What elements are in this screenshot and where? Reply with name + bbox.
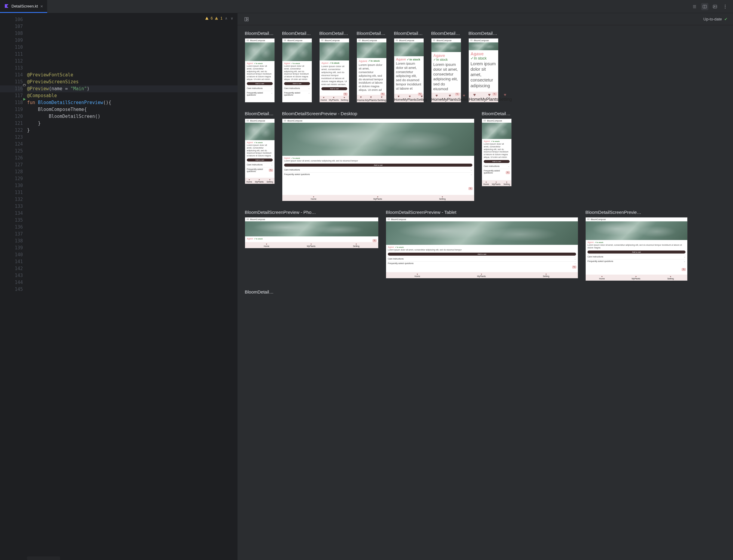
code-line[interactable] — [27, 286, 238, 293]
preview-card[interactable]: BloomCompose Agave In stockLorem ipsum d… — [386, 217, 578, 278]
code-line[interactable]: @Preview(name = "Main") — [27, 85, 238, 92]
preview-card[interactable]: BloomCompose Agave In stockLorem ipsum d… — [282, 38, 312, 103]
line-number[interactable]: 122 — [0, 127, 23, 134]
list-view-button[interactable] — [691, 3, 698, 10]
line-number[interactable]: 130 — [0, 182, 23, 189]
add-to-cart-button[interactable]: Add to cart — [247, 82, 273, 85]
code-line[interactable]: } — [27, 120, 238, 127]
faq-section[interactable]: Frequently asked questions — [284, 91, 310, 97]
split-view-button[interactable] — [701, 3, 708, 10]
care-instructions-section[interactable]: Care instructions — [284, 168, 472, 172]
file-tab[interactable]: DetailScreen.kt × — [0, 0, 47, 13]
gutter-settings-icon[interactable] — [22, 83, 26, 88]
nav-item[interactable]: MyPlants — [477, 273, 486, 277]
menu-icon[interactable] — [433, 40, 435, 42]
line-number[interactable]: 121 — [0, 120, 23, 127]
care-instructions-section[interactable]: Care instructions — [388, 257, 576, 261]
nav-item[interactable]: Home — [247, 179, 252, 183]
nav-item[interactable]: Setting — [543, 273, 549, 277]
code-line[interactable]: BloomDetailScreen() — [27, 113, 238, 120]
inspection-summary[interactable]: 6 1 ∧ ∨ — [205, 16, 234, 20]
code-line[interactable] — [27, 168, 238, 175]
preview-layout-button[interactable] — [243, 16, 250, 23]
menu-icon[interactable] — [247, 120, 249, 122]
more-actions-button[interactable] — [722, 3, 729, 10]
line-number[interactable]: 141 — [0, 258, 23, 265]
line-number[interactable]: 138 — [0, 238, 23, 245]
add-to-cart-button[interactable]: Add to cart — [284, 164, 472, 167]
code-line[interactable]: @PreviewScreenSizes — [27, 78, 238, 85]
care-instructions-section[interactable]: Care instructions — [247, 163, 273, 167]
nav-item[interactable]: Home — [414, 273, 420, 277]
care-instructions-section[interactable]: Care instructions — [484, 164, 510, 168]
bottom-nav[interactable]: HomeMyPlantsSetting — [386, 272, 578, 278]
line-number[interactable]: 144 — [0, 279, 23, 286]
line-number[interactable]: 128 — [0, 168, 23, 175]
menu-icon[interactable] — [587, 219, 590, 220]
code-line[interactable] — [27, 238, 238, 245]
preview-card[interactable]: BloomCompose Agave In stockLorem ipsum d… — [394, 38, 424, 103]
nav-item[interactable]: Setting — [439, 196, 445, 200]
line-number[interactable]: 131 — [0, 189, 23, 196]
line-number[interactable]: 108 — [0, 30, 23, 37]
line-number[interactable]: 124 — [0, 141, 23, 148]
design-view-button[interactable] — [711, 3, 719, 10]
gutter-run-icon[interactable] — [22, 97, 26, 101]
menu-icon[interactable] — [284, 40, 286, 42]
close-tab-icon[interactable]: × — [40, 4, 43, 9]
line-number[interactable]: 127 — [0, 162, 23, 168]
nav-item[interactable]: Home — [357, 96, 365, 101]
code-line[interactable] — [27, 134, 238, 141]
nav-item[interactable]: MyPlants — [373, 196, 382, 200]
code-area[interactable]: @PreviewFontScale@PreviewScreenSizes@Pre… — [27, 13, 238, 556]
code-line[interactable] — [27, 189, 238, 196]
code-line[interactable] — [27, 258, 238, 265]
nav-item[interactable]: Home — [321, 97, 327, 101]
code-line[interactable] — [27, 245, 238, 251]
line-number[interactable]: 113 — [0, 65, 23, 72]
preview-card[interactable]: BloomCompose Agave In stock ✎HomeMyPlant… — [245, 217, 378, 248]
preview-card[interactable]: BloomCompose AgaveIn stockLorem ipsum do… — [468, 38, 498, 103]
line-number[interactable]: 139 — [0, 245, 23, 251]
nav-item[interactable]: Setting — [498, 93, 512, 101]
line-number[interactable]: 140 — [0, 251, 23, 258]
care-instructions-section[interactable]: Care instructions — [587, 255, 685, 259]
line-number[interactable]: 143 — [0, 272, 23, 279]
add-to-cart-button[interactable]: Add to cart — [484, 160, 510, 163]
bottom-nav[interactable]: HomeMyPlantsSetting — [586, 275, 687, 281]
menu-icon[interactable] — [470, 40, 473, 42]
nav-item[interactable]: Home — [394, 95, 403, 101]
edit-fab[interactable]: ✎ — [380, 93, 385, 96]
line-number[interactable]: 145 — [0, 286, 23, 293]
prev-highlight-icon[interactable]: ∧ — [224, 16, 228, 20]
code-line[interactable] — [27, 279, 238, 286]
code-line[interactable] — [27, 141, 238, 148]
line-number[interactable]: 114 — [0, 72, 23, 78]
faq-section[interactable]: Frequently asked questions — [388, 261, 576, 265]
bottom-nav[interactable]: HomeMyPlantsSetting — [482, 180, 511, 186]
nav-item[interactable]: Home — [599, 275, 605, 280]
bottom-nav[interactable]: HomeMyPlantsSetting — [282, 195, 474, 201]
nav-item[interactable]: Setting — [417, 95, 427, 101]
edit-fab[interactable]: ✎ — [492, 93, 497, 96]
add-to-cart-button[interactable]: Add to cart — [388, 253, 576, 256]
nav-item[interactable]: Setting — [353, 243, 360, 247]
code-line[interactable]: @Composable — [27, 92, 238, 99]
line-number[interactable]: 106 — [0, 16, 23, 23]
preview-card[interactable]: BloomCompose Agave In stockLorem ipsum d… — [319, 38, 350, 103]
edit-fab[interactable]: ✎ — [468, 187, 473, 190]
nav-item[interactable]: MyPlants — [632, 275, 640, 280]
nav-item[interactable]: MyPlants — [307, 243, 316, 247]
line-number[interactable]: 129 — [0, 175, 23, 182]
bottom-nav[interactable]: HomeMyPlantsSetting — [320, 96, 349, 102]
add-to-cart-button[interactable]: Add to cart — [322, 87, 347, 90]
code-line[interactable] — [27, 196, 238, 203]
preview-card[interactable]: BloomCompose Agave In stockLorem ipsum d… — [245, 38, 275, 103]
code-line[interactable] — [27, 155, 238, 162]
code-line[interactable] — [27, 272, 238, 279]
faq-section[interactable]: Frequently asked questions — [587, 259, 685, 263]
preview-card[interactable]: BloomCompose AgaveIn stockLorem ipsum do… — [431, 38, 461, 103]
edit-fab[interactable]: ✎ — [344, 93, 348, 96]
menu-icon[interactable] — [284, 120, 286, 122]
bottom-nav[interactable]: HomeMyPlantsSetting — [245, 242, 378, 248]
